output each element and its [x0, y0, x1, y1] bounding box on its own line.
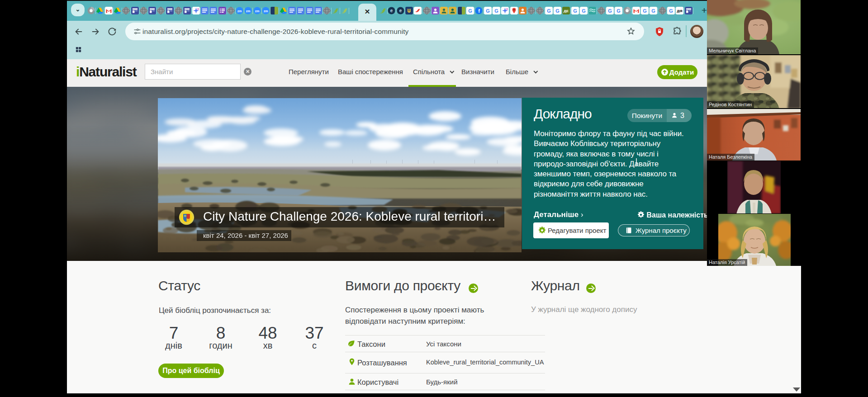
svg-text:f: f [478, 8, 480, 14]
svg-text:G: G [608, 8, 612, 14]
svg-text:ДЕ: ДЕ [564, 9, 569, 13]
svg-text:G: G [547, 8, 551, 14]
svg-text:zm: zm [237, 9, 242, 13]
svg-text:G: G [643, 8, 647, 14]
svg-text:zm: zm [246, 9, 251, 13]
svg-text:G: G [573, 8, 577, 14]
svg-text:zm: zm [255, 9, 259, 13]
svg-text:e: e [399, 8, 402, 13]
svg-text:G: G [652, 8, 656, 14]
svg-text:G: G [494, 8, 498, 14]
svg-text:G: G [486, 8, 490, 14]
svg-text:ДІЯ: ДІЯ [677, 9, 683, 13]
svg-text:e: e [390, 8, 393, 13]
svg-text:G: G [555, 8, 560, 14]
svg-text:G: G [617, 8, 621, 14]
svg-text:G: G [468, 8, 472, 14]
svg-text:G: G [669, 8, 673, 14]
svg-text:zm: zm [264, 9, 268, 13]
svg-text:G: G [582, 8, 586, 14]
